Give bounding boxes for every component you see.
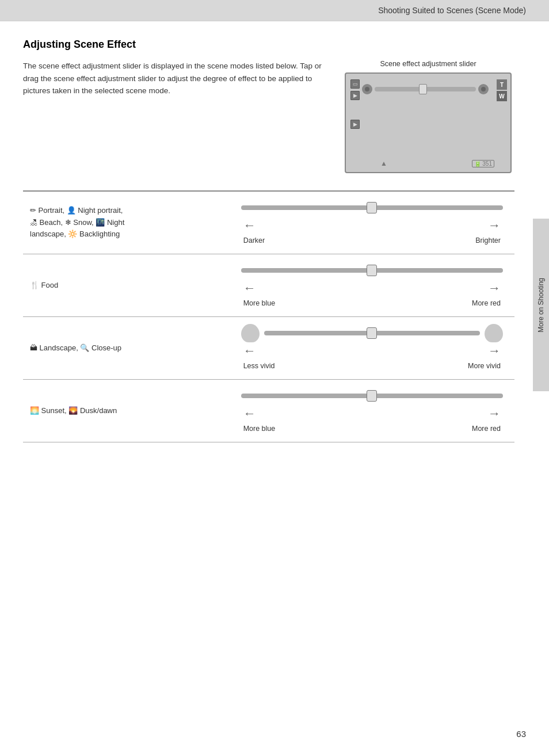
row1-left-label: Darker <box>243 236 265 245</box>
lcd-left-icons: ▭ ▶ <box>350 79 360 100</box>
row1-slider-labels: Darker Brighter <box>241 236 503 245</box>
row4-slider-labels: More blue More red <box>241 425 503 433</box>
row4-slider-vis: ← → More blue More red <box>241 389 503 433</box>
camera-lcd: ▭ ▶ T W ▶ ▲ 🔋 351 <box>345 72 512 173</box>
row1-slider-cell: ← → Darker Brighter <box>230 191 514 254</box>
row2-right-label: More red <box>472 299 501 307</box>
row3-slider-handle <box>367 327 377 339</box>
lcd-counter: 🔋 351 <box>472 160 494 167</box>
row3-slider-track-wrap <box>241 326 503 340</box>
row4-slider-arrows: ← → <box>241 407 503 420</box>
row3-right-label: More vivid <box>468 362 501 370</box>
row1-slider-track <box>241 205 503 210</box>
lcd-zoom-w: W <box>497 91 507 101</box>
row2-slider-arrows: ← → <box>241 282 503 295</box>
row2-left-label: More blue <box>243 299 276 307</box>
row4-arrow-left: ← <box>243 407 256 420</box>
side-tab: More on Shooting <box>533 219 549 391</box>
row3-slider-vis: ← → Less vivid More vivid <box>241 326 503 370</box>
row1-label: ✏ Portrait, 👤 Night portrait, 🏖 Beach, ❄… <box>23 191 230 254</box>
lcd-slider-left-icon <box>362 84 372 94</box>
side-tab-label: More on Shooting <box>537 278 545 333</box>
lcd-arrow-up: ▲ <box>380 159 387 167</box>
table-row: 🌅 Sunset, 🌄 Dusk/dawn ← → <box>23 380 514 442</box>
table-row: ✏ Portrait, 👤 Night portrait, 🏖 Beach, ❄… <box>23 191 514 254</box>
row3-label: 🏔 Landscape, 🔍 Close-up <box>23 317 230 380</box>
lcd-slider-thumb <box>419 84 427 94</box>
row2-slider-labels: More blue More red <box>241 299 503 307</box>
page-number: 63 <box>516 729 526 739</box>
section-title: Adjusting Scene Effect <box>23 39 514 51</box>
row2-slider-track-wrap <box>241 264 503 277</box>
row2-slider-vis: ← → More blue More red <box>241 264 503 307</box>
row3-arrow-right: → <box>488 345 501 357</box>
camera-preview-area: Scene effect adjustment slider <box>342 60 514 173</box>
row4-slider-cell: ← → More blue More red <box>230 380 514 442</box>
effect-table: ✏ Portrait, 👤 Night portrait, 🏖 Beach, ❄… <box>23 190 514 442</box>
row3-arrow-left: ← <box>243 345 256 357</box>
row4-slider-track <box>241 394 503 398</box>
row4-slider-track-wrap <box>241 389 503 403</box>
page: Shooting Suited to Scenes (Scene Mode) M… <box>0 0 549 756</box>
lcd-zoom-t: T <box>497 79 507 90</box>
row1-slider-handle <box>367 202 377 213</box>
row4-arrow-right: → <box>488 407 501 420</box>
row1-slider-vis: ← → Darker Brighter <box>241 201 503 245</box>
lcd-icon-1: ▭ <box>350 79 360 89</box>
row3-slider-arrows: ← → <box>241 345 503 357</box>
lcd-icon-2: ▶ <box>350 91 360 100</box>
main-content: Adjusting Scene Effect The scene effect … <box>0 21 549 465</box>
row4-left-label: More blue <box>243 425 276 433</box>
lcd-bottom-row: ▲ 🔋 351 <box>380 159 494 167</box>
row2-label: 🍴 Food <box>23 254 230 317</box>
row2-arrow-left: ← <box>243 282 256 295</box>
row1-slider-track-wrap <box>241 201 503 215</box>
lcd-slider-track <box>375 87 476 91</box>
row4-right-label: More red <box>472 425 501 433</box>
row3-slider-labels: Less vivid More vivid <box>241 362 503 370</box>
header-title: Shooting Suited to Scenes (Scene Mode) <box>378 6 526 15</box>
lcd-icon-play: ▶ <box>350 120 360 129</box>
row4-label: 🌅 Sunset, 🌄 Dusk/dawn <box>23 380 230 442</box>
row2-slider-cell: ← → More blue More red <box>230 254 514 317</box>
row3-cloud-right <box>485 324 503 342</box>
row2-slider-handle <box>367 265 377 276</box>
row3-slider-track <box>264 331 480 335</box>
table-row: 🏔 Landscape, 🔍 Close-up <box>23 317 514 380</box>
row3-left-label: Less vivid <box>243 362 275 370</box>
lcd-right-bar: T W <box>497 79 507 101</box>
intro-text: The scene effect adjustment slider is di… <box>23 60 325 173</box>
row3-slider-cell: ← → Less vivid More vivid <box>230 317 514 380</box>
row1-arrow-right: → <box>488 219 501 232</box>
lcd-slider-container <box>362 84 489 94</box>
row1-right-label: Brighter <box>475 236 501 245</box>
row2-arrow-right: → <box>488 282 501 295</box>
camera-preview-label: Scene effect adjustment slider <box>380 60 476 68</box>
row1-arrow-left: ← <box>243 219 256 232</box>
header-bar: Shooting Suited to Scenes (Scene Mode) <box>0 0 549 21</box>
intro-area: The scene effect adjustment slider is di… <box>23 60 514 173</box>
row3-cloud-left <box>241 324 260 342</box>
lcd-slider-right-icon <box>478 84 489 94</box>
row2-slider-track <box>241 268 503 273</box>
table-row: 🍴 Food ← → <box>23 254 514 317</box>
row1-slider-arrows: ← → <box>241 219 503 232</box>
row4-slider-handle <box>367 390 377 402</box>
